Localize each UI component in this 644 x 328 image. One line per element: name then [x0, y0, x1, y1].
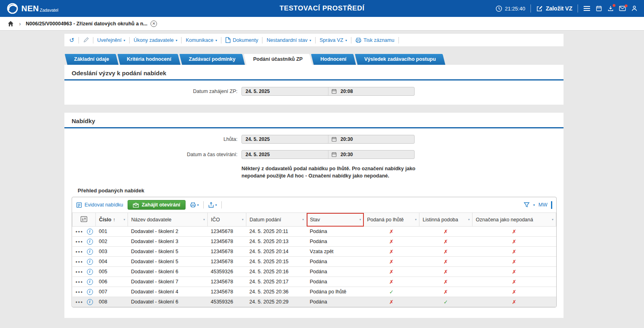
tab-vysledek-zadavaciho-postupu[interactable]: Výsledek zadávacího postupu: [355, 54, 445, 65]
tab-kriteria-hodnoceni[interactable]: Kritéria hodnocení: [117, 54, 180, 65]
table-row[interactable]: ●●●i 005 Dodavatel - školení 6 45359326 …: [72, 267, 556, 277]
info-icon[interactable]: i: [87, 249, 93, 255]
time-value[interactable]: 20:30: [341, 136, 353, 142]
date-value[interactable]: 24. 5. 2025: [242, 136, 328, 142]
cell-ico: 12345678: [208, 227, 246, 237]
tab-zadavaci-podminky[interactable]: Zadávací podmínky: [180, 54, 245, 65]
datetime-input-otevirani[interactable]: 24. 5. 2025 20:30: [242, 150, 415, 159]
evidovat-nabidku-button[interactable]: Evidovat nabídku: [76, 202, 123, 208]
column-header-listinna-podoba[interactable]: Listinná podoba ▾: [419, 213, 473, 227]
export-button[interactable]: ▾: [208, 202, 217, 208]
nen-logo[interactable]: NEN Zadavatel: [6, 2, 58, 14]
column-settings-icon: [80, 216, 87, 222]
row-menu-icon[interactable]: ●●●: [76, 230, 83, 233]
info-icon[interactable]: i: [87, 259, 93, 265]
user-icon[interactable]: [631, 5, 638, 12]
info-icon[interactable]: i: [87, 299, 93, 305]
table-row[interactable]: ●●●i 008 Dodavatel - školení 6 45359326 …: [72, 297, 556, 307]
cell-po-lhute-mark: [364, 247, 419, 257]
history-icon[interactable]: ↺: [69, 37, 74, 44]
row-menu-icon[interactable]: ●●●: [76, 290, 83, 294]
mail-icon[interactable]: [619, 6, 626, 11]
column-header-stav[interactable]: Stav ▾: [307, 213, 364, 227]
row-menu-icon[interactable]: ●●●: [76, 270, 83, 274]
toolbar-item-komunikace[interactable]: Komunikace ▾: [186, 37, 217, 43]
table-row[interactable]: ●●●i 004 Dodavatel - školení 5 12345678 …: [72, 257, 556, 267]
toolbar-item-sprava-vz[interactable]: Správa VZ ▾: [320, 37, 347, 43]
clock-icon: [495, 5, 502, 12]
calendar-icon[interactable]: [596, 5, 602, 12]
cell-stav: Podána: [307, 277, 364, 287]
download-icon[interactable]: [607, 5, 614, 12]
cell-nepodana-mark: [473, 227, 556, 237]
date-value[interactable]: 24. 5. 2025: [242, 152, 328, 157]
filter-caret-icon[interactable]: ▾: [552, 218, 553, 221]
print-table-button[interactable]: ▾: [190, 202, 199, 208]
date-value[interactable]: 24. 5. 2025: [242, 89, 328, 94]
filter-caret-icon[interactable]: ▾: [359, 218, 361, 221]
late-offer-warning: Některý z dodavatelů podal nabídku po lh…: [242, 165, 415, 179]
datetime-input-lhuta[interactable]: 24. 5. 2025 20:30: [242, 135, 415, 144]
menu-icon[interactable]: [583, 6, 590, 11]
create-vz-button[interactable]: Založit VZ: [536, 5, 572, 12]
column-header-podana-po-lhute[interactable]: Podaná po lhůtě ▾: [364, 213, 419, 227]
cell-cislo: 004: [96, 257, 128, 267]
info-icon[interactable]: i: [87, 239, 93, 245]
tab-podani-ucastniku-zp[interactable]: Podání účastníků ZP: [244, 54, 312, 65]
field-label: Datum a čas otevírání:: [64, 152, 242, 157]
toolbar-item-uverejneni[interactable]: Uveřejnění ▾: [97, 37, 125, 43]
info-icon[interactable]: i: [87, 229, 93, 235]
close-icon[interactable]: ✕: [151, 21, 157, 27]
column-header-nazev-dodavatele[interactable]: Název dodavatele ▾: [128, 213, 208, 227]
toolbar-item-tisk-zaznamu[interactable]: Tisk záznamu: [355, 37, 394, 43]
breadcrumb-record-label: N006/25/V00004963 - Zřízení datových okr…: [26, 21, 147, 27]
export-icon: [208, 202, 214, 208]
row-menu-icon[interactable]: ●●●: [76, 260, 83, 264]
table-row[interactable]: ●●●i 007 Dodavatel - školení 4 12345678 …: [72, 287, 556, 297]
filter-caret-icon[interactable]: ▾: [242, 218, 244, 221]
filter-button[interactable]: [524, 202, 530, 208]
column-header-oznacena-jako-nepodana[interactable]: Označena jako nepodaná ▾: [473, 213, 556, 227]
toolbar-item-ukony-zadavatele[interactable]: Úkony zadavatele ▾: [134, 37, 177, 43]
edit-pencil-icon[interactable]: [83, 37, 89, 43]
info-icon[interactable]: i: [87, 269, 93, 275]
filter-caret-icon[interactable]: ▾: [302, 218, 304, 221]
info-icon[interactable]: i: [87, 289, 93, 295]
table-row[interactable]: ●●●i 002 Dodavatel - školení 3 12345678 …: [72, 237, 556, 247]
toolbar-item-dokumenty[interactable]: Dokumenty: [225, 37, 258, 43]
row-menu-icon[interactable]: ●●●: [76, 300, 83, 304]
row-menu-icon[interactable]: ●●●: [76, 240, 83, 243]
filter-caret-icon[interactable]: ▾: [124, 218, 125, 221]
toolbar-item-nestandardni-stav[interactable]: Nestandardní stav ▾: [266, 37, 311, 43]
info-icon[interactable]: i: [87, 279, 93, 285]
cell-nazev: Dodavatel - školení 5: [128, 247, 208, 257]
filter-caret-icon[interactable]: ▾: [203, 218, 205, 221]
mw-toggle[interactable]: MW: [539, 202, 547, 208]
toolbar-label: Tisk záznamu: [363, 37, 394, 43]
table-row[interactable]: ●●●i 001 Dodavatel - školení 2 12345678 …: [72, 227, 556, 237]
tab-hodnoceni[interactable]: Hodnocení: [311, 54, 356, 65]
time-value[interactable]: 20:30: [341, 152, 353, 157]
row-menu-icon[interactable]: ●●●: [76, 280, 83, 284]
home-icon[interactable]: [7, 21, 14, 27]
table-row[interactable]: ●●●i 006 Dodavatel - školení 7 12345678 …: [72, 277, 556, 287]
calendar-icon: [331, 152, 337, 157]
zahajit-otevirani-button[interactable]: Zahájit otevírání: [128, 200, 186, 210]
column-header-cislo[interactable]: Číslo↑ ▾: [96, 213, 128, 227]
column-settings-button[interactable]: [72, 213, 96, 227]
datetime-input-zahajeni[interactable]: 24. 5. 2025 20:08: [242, 87, 415, 96]
filter-caret-icon[interactable]: ▾: [415, 218, 417, 221]
table-row[interactable]: ●●●i 003 Dodavatel - školení 5 12345678 …: [72, 247, 556, 257]
cell-stav: Vzata zpět: [307, 247, 364, 257]
column-header-datum-podani[interactable]: Datum podání ▾: [246, 213, 307, 227]
time-value[interactable]: 20:08: [341, 89, 353, 94]
breadcrumb-record-tab[interactable]: N006/25/V00004963 - Zřízení datových okr…: [26, 21, 157, 27]
row-menu-icon[interactable]: ●●●: [76, 250, 83, 254]
chevron-down-icon[interactable]: ▾: [533, 203, 535, 207]
toolbar-label: Nestandardní stav: [266, 37, 307, 43]
filter-caret-icon[interactable]: ▾: [468, 218, 470, 221]
cell-stav: Podána: [307, 267, 364, 277]
column-header-ico[interactable]: IČO ▾: [208, 213, 246, 227]
tab-zakladni-udaje[interactable]: Základní údaje: [65, 54, 119, 65]
cell-cislo: 005: [96, 267, 128, 277]
